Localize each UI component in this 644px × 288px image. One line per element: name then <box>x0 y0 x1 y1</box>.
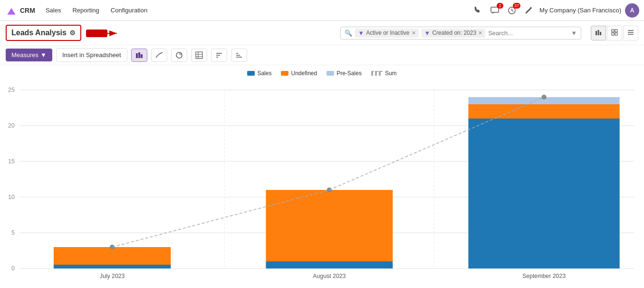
svg-text:August 2023: August 2023 <box>313 273 346 279</box>
sep-sales-bar <box>468 119 619 268</box>
legend-swatch-undefined <box>281 71 288 76</box>
legend-undefined: Undefined <box>281 70 317 77</box>
svg-rect-6 <box>596 31 597 35</box>
chat-badge: 2 <box>497 3 503 9</box>
legend-label-undefined: Undefined <box>291 70 317 77</box>
svg-rect-8 <box>600 32 601 35</box>
legend-presales: Pre-Sales <box>327 70 362 77</box>
measures-button[interactable]: Measures ▼ <box>6 49 52 61</box>
phone-icon-btn[interactable] <box>471 4 484 17</box>
legend-label-sum: Sum <box>385 70 397 77</box>
svg-rect-4 <box>86 30 107 37</box>
legend-sales: Sales <box>247 70 271 77</box>
svg-text:July 2023: July 2023 <box>100 273 125 279</box>
insert-spreadsheet-button[interactable]: Insert in Spreadsheet <box>56 48 127 62</box>
svg-rect-9 <box>612 30 614 32</box>
page-header: Leads Analysis ⚙ 🔍 ▼ Active or Inactive … <box>0 21 644 45</box>
sort-asc-icon <box>235 51 243 59</box>
search-bar: 🔍 ▼ Active or Inactive ✕ ▼ Created on: 2… <box>340 27 581 40</box>
july-sales-bar <box>54 265 171 268</box>
page-title: Leads Analysis <box>11 29 67 37</box>
spreadsheet-label: Insert in Spreadsheet <box>62 51 121 59</box>
settings-gear-icon[interactable]: ⚙ <box>69 29 76 37</box>
svg-rect-18 <box>141 54 143 58</box>
remove-active-filter[interactable]: ✕ <box>412 30 416 36</box>
svg-text:5: 5 <box>11 229 15 236</box>
chat-icon-btn[interactable]: 2 <box>488 4 501 17</box>
filter-icon-1: ▼ <box>358 30 364 37</box>
legend-label-sales: Sales <box>257 70 271 77</box>
line-chart-type-icon <box>155 51 163 59</box>
svg-text:15: 15 <box>8 158 15 165</box>
svg-rect-11 <box>612 33 614 35</box>
created-2023-filter-tag[interactable]: ▼ Created on: 2023 ✕ <box>422 29 486 38</box>
wrench-icon <box>524 6 534 15</box>
sep-undefined-bar <box>468 104 619 119</box>
active-inactive-filter-tag[interactable]: ▼ Active or Inactive ✕ <box>355 29 418 38</box>
legend-sum: Sum <box>371 70 397 77</box>
phone-icon <box>473 6 482 15</box>
navbar-right: 2 37 My Company (San Francisco) A <box>471 3 639 18</box>
company-name: My Company (San Francisco) <box>539 7 621 14</box>
app-name: CRM <box>20 7 35 14</box>
app-logo[interactable]: CRM <box>5 4 35 17</box>
list-view-btn[interactable] <box>623 26 638 40</box>
remove-created-filter[interactable]: ✕ <box>478 30 482 36</box>
activity-icon-btn[interactable]: 37 <box>505 4 519 17</box>
aug-undefined-bar <box>266 190 393 261</box>
line-chart-btn[interactable] <box>151 49 167 62</box>
toolbar: Measures ▼ Insert in Spreadsheet <box>0 45 644 65</box>
filter-icon-2: ▼ <box>424 30 431 37</box>
bar-chart-btn[interactable] <box>131 49 147 62</box>
search-icon: 🔍 <box>345 30 352 37</box>
svg-rect-16 <box>136 53 138 58</box>
svg-text:0: 0 <box>11 265 15 272</box>
active-inactive-label: Active or Inactive <box>366 30 409 36</box>
nav-sales[interactable]: Sales <box>41 4 66 17</box>
view-switcher <box>591 26 638 40</box>
bar-chart-icon <box>595 29 602 36</box>
legend-swatch-sales <box>247 71 255 76</box>
settings-icon-btn[interactable] <box>522 4 536 17</box>
desc-sort-btn[interactable] <box>211 49 227 62</box>
arrow-annotation <box>86 26 119 40</box>
aug-sales-bar <box>266 261 393 268</box>
nav-reporting[interactable]: Reporting <box>67 4 104 17</box>
grid-view-btn[interactable] <box>607 26 622 40</box>
odoo-logo-icon <box>5 4 18 17</box>
pie-chart-type-icon <box>175 51 183 59</box>
svg-text:20: 20 <box>8 122 15 129</box>
table-chart-btn[interactable] <box>191 49 207 62</box>
legend-swatch-sum <box>371 71 383 76</box>
navbar: CRM Sales Reporting Configuration 2 37 <box>0 0 644 21</box>
main-chart-svg: 0 5 10 15 20 25 July 2023 August 2023 <box>0 80 644 280</box>
bar-chart-type-icon <box>135 51 143 59</box>
legend-swatch-presales <box>327 71 334 76</box>
activity-badge: 37 <box>513 3 520 9</box>
july-undefined-bar <box>54 247 171 265</box>
measures-dropdown-icon: ▼ <box>40 51 47 59</box>
measures-label: Measures <box>11 51 38 59</box>
svg-text:September 2023: September 2023 <box>522 273 566 279</box>
created-2023-label: Created on: 2023 <box>432 30 476 36</box>
pie-chart-btn[interactable] <box>171 49 187 62</box>
table-icon <box>195 51 203 59</box>
avatar[interactable]: A <box>625 3 639 18</box>
asc-sort-btn[interactable] <box>231 49 247 62</box>
svg-rect-7 <box>598 30 599 35</box>
svg-rect-20 <box>196 52 202 59</box>
page-title-box: Leads Analysis ⚙ <box>6 25 81 41</box>
annotation-arrow <box>86 26 119 40</box>
legend-label-presales: Pre-Sales <box>336 70 362 77</box>
sort-desc-icon <box>215 51 223 59</box>
company-info[interactable]: My Company (San Francisco) <box>539 7 621 14</box>
list-icon <box>627 29 634 36</box>
nav-configuration[interactable]: Configuration <box>106 4 152 17</box>
search-input[interactable] <box>488 30 568 37</box>
svg-marker-0 <box>7 8 16 14</box>
graph-view-btn[interactable] <box>591 26 606 40</box>
chart-legend: Sales Undefined Pre-Sales Sum <box>0 70 644 77</box>
search-dropdown-arrow[interactable]: ▼ <box>571 30 577 37</box>
grid-icon <box>611 29 618 36</box>
svg-rect-17 <box>138 52 140 58</box>
